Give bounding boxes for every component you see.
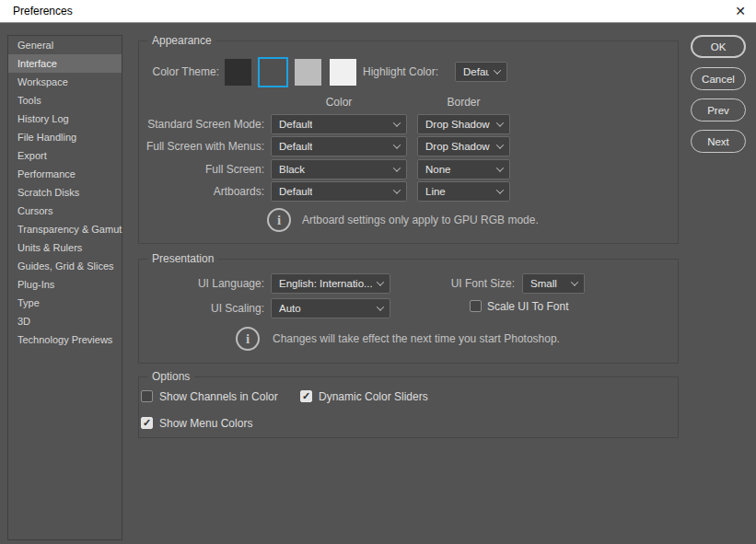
standard-screen-mode-color-select[interactable]: Default <box>271 114 407 134</box>
scale-ui-to-font-label: Scale UI To Font <box>487 300 569 313</box>
chevron-down-icon <box>377 278 384 285</box>
chevron-down-icon <box>496 141 504 148</box>
presentation-group: Presentation UI Language: English: Inter… <box>138 259 679 364</box>
ui-scaling-select[interactable]: Auto <box>271 298 390 318</box>
color-column-header: Color <box>271 96 407 109</box>
full-screen-border-select-value: None <box>425 164 451 175</box>
sidebar-item-plug-ins[interactable]: Plug-Ins <box>8 275 122 294</box>
artboards-color-select-value: Default <box>279 186 312 197</box>
full-screen-with-menus-border-select[interactable]: Drop Shadow <box>417 136 510 156</box>
full-screen-with-menus-color-select[interactable]: Default <box>271 136 407 156</box>
appearance-legend: Appearance <box>147 34 216 47</box>
ui-language-select[interactable]: English: Internatio... <box>271 273 390 294</box>
color-theme-swatch-darkest[interactable] <box>225 59 251 86</box>
ui-font-size-label: UI Font Size: <box>386 277 515 290</box>
full-screen-color-select[interactable]: Black <box>271 159 407 179</box>
standard-screen-mode-label: Standard Screen Mode: <box>139 118 264 131</box>
ui-language-value: English: Internatio... <box>279 278 372 289</box>
restart-info-text: Changes will take effect the next time y… <box>273 332 560 345</box>
standard-screen-mode-border-select[interactable]: Drop Shadow <box>417 114 510 134</box>
standard-screen-mode-color-select-value: Default <box>279 119 312 130</box>
artboards-border-select[interactable]: Line <box>417 181 510 202</box>
cancel-button[interactable]: Cancel <box>691 67 746 90</box>
ui-font-size-select[interactable]: Small <box>522 273 585 294</box>
full-screen-with-menus-color-select-value: Default <box>279 141 312 152</box>
sidebar-item-guides-grid-slices[interactable]: Guides, Grid & Slices <box>8 257 122 275</box>
preferences-dialog: { "window": { "title": "Preferences", "c… <box>0 0 756 544</box>
full-screen-color-select-value: Black <box>279 164 305 175</box>
chevron-down-icon <box>377 303 384 310</box>
sidebar-item-workspace[interactable]: Workspace <box>8 73 122 91</box>
dynamic-color-sliders-label: Dynamic Color Sliders <box>319 390 428 403</box>
appearance-group: Appearance Color Theme: Highlight Color:… <box>138 41 679 244</box>
chevron-down-icon <box>393 141 401 148</box>
color-theme-swatch-lightest[interactable] <box>330 59 356 86</box>
sidebar-item-transparency-gamut[interactable]: Transparency & Gamut <box>8 220 122 238</box>
full-screen-with-menus-border-select-value: Drop Shadow <box>425 141 490 152</box>
sidebar-item-file-handling[interactable]: File Handling <box>8 128 122 146</box>
chevron-down-icon <box>571 278 578 285</box>
sidebar-item-cursors[interactable]: Cursors <box>8 202 122 220</box>
standard-screen-mode-border-select-value: Drop Shadow <box>425 119 490 130</box>
full-screen-label: Full Screen: <box>139 163 264 176</box>
chevron-down-icon <box>496 119 504 126</box>
sidebar-item-history-log[interactable]: History Log <box>8 110 122 128</box>
artboards-label: Artboards: <box>139 185 264 198</box>
sidebar-item-scratch-disks[interactable]: Scratch Disks <box>8 183 122 202</box>
prev-button[interactable]: Prev <box>691 98 746 122</box>
next-button[interactable]: Next <box>691 130 746 153</box>
sidebar-item-tools[interactable]: Tools <box>8 91 122 110</box>
close-icon[interactable]: ✕ <box>731 2 750 20</box>
show-channels-in-color-label: Show Channels in Color <box>159 390 278 403</box>
show-menu-colors-checkbox[interactable]: ✓ <box>141 417 153 429</box>
chevron-down-icon <box>496 164 504 171</box>
show-channels-in-color-checkbox[interactable] <box>141 390 153 402</box>
sidebar-item-general[interactable]: General <box>8 36 122 54</box>
sidebar-item-performance[interactable]: Performance <box>8 165 122 183</box>
sidebar-item-export[interactable]: Export <box>8 146 122 165</box>
highlight-color-label: Highlight Color: <box>363 65 438 78</box>
sidebar-item-type[interactable]: Type <box>8 294 122 312</box>
highlight-color-value: Default <box>463 66 489 77</box>
chevron-down-icon <box>393 164 401 171</box>
chevron-down-icon <box>496 186 504 193</box>
chevron-down-icon <box>393 119 401 126</box>
presentation-legend: Presentation <box>147 252 218 265</box>
ui-font-size-value: Small <box>530 278 557 289</box>
preferences-sidebar: GeneralInterfaceWorkspaceToolsHistory Lo… <box>7 35 122 540</box>
show-menu-colors-label: Show Menu Colors <box>159 417 252 430</box>
info-icon: i <box>267 208 291 232</box>
ui-scaling-value: Auto <box>279 303 301 314</box>
dynamic-color-sliders-checkbox[interactable]: ✓ <box>300 390 312 402</box>
full-screen-with-menus-label: Full Screen with Menus: <box>139 140 264 153</box>
highlight-color-select[interactable]: Default <box>455 62 507 82</box>
options-legend: Options <box>147 370 194 383</box>
sidebar-item-technology-previews[interactable]: Technology Previews <box>8 330 122 349</box>
color-theme-swatches <box>225 59 365 86</box>
artboard-info-text: Artboard settings only apply to GPU RGB … <box>302 214 539 226</box>
window-title: Preferences <box>0 5 73 17</box>
sidebar-item-3d[interactable]: 3D <box>8 312 122 330</box>
scale-ui-to-font-checkbox[interactable] <box>470 300 482 312</box>
chevron-down-icon <box>393 186 401 193</box>
chevron-down-icon <box>494 66 501 74</box>
sidebar-item-units-rulers[interactable]: Units & Rulers <box>8 238 122 257</box>
artboards-color-select[interactable]: Default <box>271 181 407 202</box>
full-screen-border-select[interactable]: None <box>417 159 510 179</box>
color-theme-swatch-light[interactable] <box>295 59 321 86</box>
artboards-border-select-value: Line <box>425 186 446 197</box>
titlebar: Preferences ✕ <box>0 0 756 23</box>
info-icon: i <box>236 327 260 351</box>
border-column-header: Border <box>417 96 510 109</box>
color-theme-label: Color Theme: <box>139 65 219 78</box>
options-group: Options Show Channels in Color✓Dynamic C… <box>138 376 679 438</box>
ui-language-label: UI Language: <box>139 277 264 290</box>
sidebar-item-interface[interactable]: Interface <box>8 54 122 73</box>
color-theme-swatch-dark[interactable] <box>260 59 286 86</box>
ui-scaling-label: UI Scaling: <box>139 302 264 315</box>
ok-button[interactable]: OK <box>691 35 746 58</box>
